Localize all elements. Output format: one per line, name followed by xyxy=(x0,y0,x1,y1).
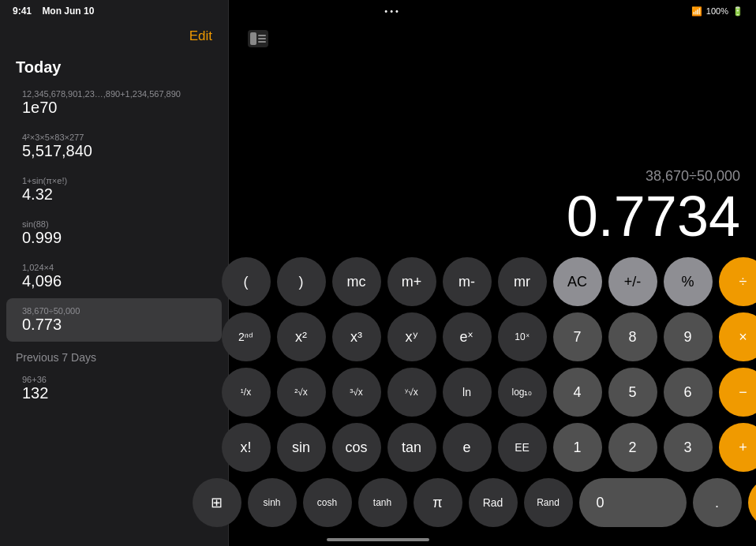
svg-rect-1 xyxy=(250,32,256,45)
rand-button[interactable]: Rand xyxy=(524,478,573,527)
percent-button[interactable]: % xyxy=(664,257,713,306)
sidebar-item-expression: 12,345,678,901,23…,890+1,234,567,890 xyxy=(22,89,206,99)
edit-button[interactable]: Edit xyxy=(189,28,212,44)
sidebar-item[interactable]: 96+36132 xyxy=(6,367,222,410)
m-minus-button[interactable]: m- xyxy=(443,257,492,306)
calc-buttons: ()mcm+m-mrAC+/-%÷2ⁿᵈx²x³xʸeˣ10ˣ789×¹/x²√… xyxy=(233,252,756,546)
status-bar: 9:41 Mon Jun 10 ••• 📶 100% 🔋 xyxy=(0,0,756,22)
sidebar-item-expression: sin(88) xyxy=(22,219,206,229)
divide-button[interactable]: ÷ xyxy=(719,257,757,306)
ee-button[interactable]: EE xyxy=(498,423,547,472)
sqrt-button[interactable]: ²√x xyxy=(277,368,326,417)
sidebar-items: 12,345,678,901,23…,890+1,234,567,8901e70… xyxy=(0,81,228,546)
multiply-button[interactable]: × xyxy=(719,312,757,361)
previous-section-label: Previous 7 Days xyxy=(0,342,228,367)
calculator-area: 38,670÷50,000 0.7734 ()mcm+m-mrAC+/-%÷2ⁿ… xyxy=(233,0,756,546)
rad-button[interactable]: Rad xyxy=(469,478,518,527)
sinh-button[interactable]: sinh xyxy=(248,478,297,527)
pi-button[interactable]: π xyxy=(414,478,462,527)
sidebar-item-expression: 1,024×4 xyxy=(22,263,206,272)
sidebar-item-result: 132 xyxy=(22,384,206,402)
mc-button[interactable]: mc xyxy=(332,257,381,306)
decimal-button[interactable]: . xyxy=(693,478,742,527)
tan-button[interactable]: tan xyxy=(387,423,436,472)
sidebar-item[interactable]: 12,345,678,901,23…,890+1,234,567,8901e70 xyxy=(6,81,222,125)
8-button[interactable]: 8 xyxy=(608,312,657,361)
0-button[interactable]: 0 xyxy=(579,478,687,527)
status-dots: ••• xyxy=(384,6,401,16)
subtract-button[interactable]: − xyxy=(719,368,757,417)
sidebar-item-expression: 4²×3×5×83×277 xyxy=(22,133,206,142)
e-button[interactable]: e xyxy=(443,423,492,472)
ac-button[interactable]: AC xyxy=(553,257,602,306)
log10-button[interactable]: log₁₀ xyxy=(498,368,547,417)
battery-level: 100% xyxy=(706,6,728,16)
calc-expression: 38,670÷50,000 xyxy=(249,168,740,185)
svg-rect-4 xyxy=(258,41,266,43)
wifi-icon: 📶 xyxy=(691,6,702,17)
status-time: 9:41 Mon Jun 10 xyxy=(13,6,94,17)
cos-button[interactable]: cos xyxy=(332,423,381,472)
open-paren-button[interactable]: ( xyxy=(222,257,271,306)
calc-row-2: 2ⁿᵈx²x³xʸeˣ10ˣ789× xyxy=(239,312,750,361)
sidebar-item[interactable]: 38,670÷50,0000.773 xyxy=(6,298,222,342)
x-to-y-button[interactable]: xʸ xyxy=(387,312,436,361)
m-plus-button[interactable]: m+ xyxy=(387,257,436,306)
calc-display: 38,670÷50,000 0.7734 xyxy=(233,0,756,252)
calc-row-3: ¹/x²√x³√xʸ√xlnlog₁₀456− xyxy=(239,368,750,417)
sidebar-item[interactable]: 1+sin(π×e!)4.32 xyxy=(6,168,222,211)
5-button[interactable]: 5 xyxy=(608,368,657,417)
1-button[interactable]: 1 xyxy=(553,423,602,472)
reciprocal-button[interactable]: ¹/x xyxy=(222,368,271,417)
battery-icon: 🔋 xyxy=(732,6,743,17)
calculator-icon-btn-button[interactable]: ⊞ xyxy=(193,478,241,527)
sidebar-item-result: 1e70 xyxy=(22,99,206,117)
svg-rect-2 xyxy=(258,35,266,36)
sidebar-item-expression: 1+sin(π×e!) xyxy=(22,176,206,185)
ln-button[interactable]: ln xyxy=(443,368,492,417)
sidebar-item-expression: 38,670÷50,000 xyxy=(22,306,206,316)
home-indicator xyxy=(327,538,429,541)
cbrt-button[interactable]: ³√x xyxy=(332,368,381,417)
sidebar-item-result: 0.999 xyxy=(22,229,206,247)
mr-button[interactable]: mr xyxy=(498,257,547,306)
calc-row-5: ⊞sinhcoshtanhπRadRand0.= xyxy=(239,478,750,527)
x-cubed-button[interactable]: x³ xyxy=(332,312,381,361)
yth-root-button[interactable]: ʸ√x xyxy=(387,368,436,417)
9-button[interactable]: 9 xyxy=(664,312,713,361)
sidebar-item-result: 0.773 xyxy=(22,316,206,334)
sidebar-item-result: 4.32 xyxy=(22,185,206,204)
tanh-button[interactable]: tanh xyxy=(358,478,407,527)
e-to-x-button[interactable]: eˣ xyxy=(443,312,492,361)
2-button[interactable]: 2 xyxy=(608,423,657,472)
7-button[interactable]: 7 xyxy=(553,312,602,361)
sidebar-item[interactable]: 4²×3×5×83×2775,517,840 xyxy=(6,125,222,168)
status-right: 📶 100% 🔋 xyxy=(691,6,743,17)
cosh-button[interactable]: cosh xyxy=(303,478,352,527)
sidebar-item[interactable]: sin(88)0.999 xyxy=(6,211,222,255)
sidebar-item-result: 5,517,840 xyxy=(22,142,206,160)
today-section-title: Today xyxy=(0,52,228,81)
sidebar-item-result: 4,096 xyxy=(22,272,206,290)
close-paren-button[interactable]: ) xyxy=(277,257,326,306)
sidebar-item-expression: 96+36 xyxy=(22,375,206,384)
sin-button[interactable]: sin xyxy=(277,423,326,472)
2nd-button[interactable]: 2ⁿᵈ xyxy=(222,312,271,361)
sidebar-item[interactable]: 1,024×44,096 xyxy=(6,255,222,298)
4-button[interactable]: 4 xyxy=(553,368,602,417)
3-button[interactable]: 3 xyxy=(664,423,713,472)
add-button[interactable]: + xyxy=(719,423,757,472)
sidebar-toggle-button[interactable] xyxy=(245,27,271,53)
calc-result: 0.7734 xyxy=(249,188,740,245)
equals-button[interactable]: = xyxy=(748,478,757,527)
factorial-button[interactable]: x! xyxy=(222,423,271,472)
x-squared-button[interactable]: x² xyxy=(277,312,326,361)
plus-minus-button[interactable]: +/- xyxy=(608,257,657,306)
calc-row-4: x!sincostaneEE123+ xyxy=(239,423,750,472)
calc-row-1: ()mcm+m-mrAC+/-%÷ xyxy=(239,257,750,306)
sidebar: Edit Today 12,345,678,901,23…,890+1,234,… xyxy=(0,0,229,546)
svg-rect-3 xyxy=(258,38,266,39)
10-to-x-button[interactable]: 10ˣ xyxy=(498,312,547,361)
6-button[interactable]: 6 xyxy=(664,368,713,417)
